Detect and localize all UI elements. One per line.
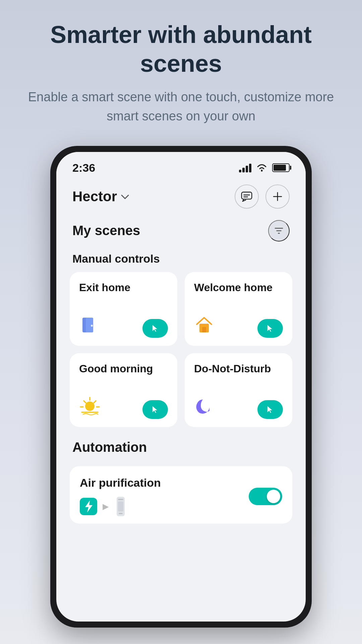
svg-point-0: [261, 170, 263, 172]
filter-button[interactable]: [268, 220, 290, 241]
exit-home-bottom: [79, 315, 168, 338]
add-button[interactable]: [265, 184, 290, 209]
battery-icon: [272, 163, 290, 172]
status-time: 2:36: [72, 161, 95, 174]
do-not-disturb-run-button[interactable]: [257, 400, 283, 419]
do-not-disturb-title: Do-Not-Disturb: [194, 363, 283, 375]
main-content: My scenes Manual controls Exit home: [56, 217, 306, 537]
automation-section: Air purification ▶: [70, 466, 292, 524]
svg-line-13: [84, 401, 86, 403]
plus-icon: [272, 191, 284, 203]
app-header: Hector: [56, 178, 306, 217]
phone-mockup: 2:36: [50, 146, 312, 628]
location-selector[interactable]: Hector: [72, 189, 130, 205]
message-button[interactable]: [235, 184, 259, 209]
welcome-home-card[interactable]: Welcome home: [185, 272, 292, 346]
message-icon: [241, 191, 253, 203]
promo-subtitle: Enable a smart scene with one touch, cus…: [20, 88, 342, 126]
trigger-icon: [80, 498, 97, 515]
good-morning-run-button[interactable]: [142, 400, 168, 419]
automation-info: Air purification ▶: [80, 476, 249, 517]
automation-item: Air purification ▶: [80, 476, 282, 517]
manual-controls-label: Manual controls: [70, 250, 292, 272]
welcome-home-title: Welcome home: [194, 281, 283, 294]
exit-home-title: Exit home: [79, 281, 168, 294]
signal-icon: [239, 163, 251, 172]
cursor-icon: [265, 324, 275, 333]
scenes-header: My scenes: [70, 217, 292, 250]
good-morning-title: Good morning: [79, 363, 168, 375]
automation-name: Air purification: [80, 476, 249, 489]
location-name: Hector: [72, 189, 117, 205]
do-not-disturb-card[interactable]: Do-Not-Disturb: [185, 353, 292, 427]
scenes-grid: Exit home: [70, 272, 292, 427]
header-actions: [235, 184, 290, 209]
welcome-home-bottom: [194, 315, 283, 338]
automation-devices: ▶: [80, 496, 249, 517]
phone-screen: 2:36: [56, 152, 306, 622]
do-not-disturb-icon: [194, 396, 214, 419]
cursor-icon: [150, 324, 160, 333]
chevron-down-icon: [120, 193, 130, 200]
svg-rect-20: [118, 499, 123, 500]
arrow-icon: ▶: [103, 502, 109, 511]
purifier-icon: [114, 496, 127, 517]
exit-home-card[interactable]: Exit home: [70, 272, 177, 346]
svg-rect-22: [119, 513, 123, 514]
status-icons: [239, 163, 290, 172]
svg-rect-10: [202, 327, 206, 332]
svg-rect-1: [242, 192, 252, 199]
good-morning-bottom: [79, 396, 168, 419]
cursor-icon: [265, 405, 275, 414]
exit-home-icon: [79, 315, 99, 338]
automation-toggle[interactable]: [249, 488, 282, 505]
wifi-icon: [256, 163, 267, 172]
svg-point-11: [85, 401, 95, 411]
good-morning-icon: [79, 396, 101, 419]
promo-section: Smarter with abundant scenes Enable a sm…: [0, 0, 362, 139]
svg-rect-21: [118, 501, 123, 512]
scenes-title: My scenes: [72, 223, 140, 238]
good-morning-card[interactable]: Good morning: [70, 353, 177, 427]
filter-icon: [274, 226, 284, 236]
svg-line-15: [94, 401, 96, 403]
cursor-icon: [150, 405, 160, 414]
toggle-knob: [267, 490, 280, 503]
promo-title: Smarter with abundant scenes: [20, 20, 342, 78]
welcome-home-icon: [194, 315, 214, 338]
exit-home-run-button[interactable]: [142, 319, 168, 338]
svg-point-8: [91, 325, 93, 327]
do-not-disturb-bottom: [194, 396, 283, 419]
status-bar: 2:36: [56, 152, 306, 178]
welcome-home-run-button[interactable]: [257, 319, 283, 338]
automation-label: Automation: [70, 437, 292, 463]
